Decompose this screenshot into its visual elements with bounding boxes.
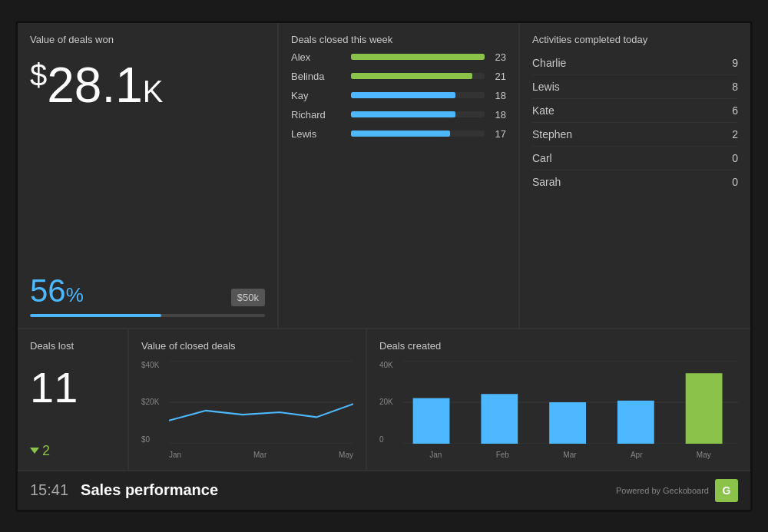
- bar-y-40k: 40K: [379, 361, 393, 369]
- activity-row-charlie: Charlie 9: [532, 51, 738, 75]
- footer-dashboard-title: Sales performance: [81, 481, 616, 499]
- activity-name-carl: Carl: [532, 152, 552, 164]
- bar-chart-svg: [402, 361, 738, 444]
- leaderboard-row-alex: Alex 23: [291, 51, 506, 63]
- activity-count-charlie: 9: [732, 57, 738, 69]
- progress-bar-container: [30, 314, 265, 317]
- deal-amount: 28.1: [47, 58, 143, 113]
- activities-title: Activities completed today: [532, 34, 738, 45]
- activity-row-kate: Kate 6: [532, 99, 738, 123]
- svg-rect-7: [481, 394, 518, 444]
- leaderboard-name-kay: Kay: [291, 90, 345, 101]
- svg-rect-9: [617, 400, 654, 443]
- activity-count-stephen: 2: [732, 128, 738, 140]
- leaderboard-name-lewis: Lewis: [291, 128, 345, 140]
- x-label-mar: Mar: [253, 451, 266, 459]
- panel-activities: Activities completed today Charlie 9 Lew…: [520, 23, 750, 328]
- pct-number: 56: [30, 273, 66, 309]
- leaderboard-row-kay: Kay 18: [291, 90, 506, 101]
- deals-closed-title: Deals closed this week: [291, 34, 506, 45]
- panel-deals-closed: Deals closed this week Alex 23 Belinda 2…: [279, 23, 520, 328]
- bar-alex: [351, 54, 485, 60]
- deals-lost-change: 2: [30, 443, 115, 459]
- value-closed-title: Value of closed deals: [141, 340, 353, 352]
- activity-row-sarah: Sarah 0: [532, 170, 738, 193]
- activity-name-lewis: Lewis: [532, 81, 560, 93]
- line-chart-svg: [169, 361, 353, 444]
- line-chart-area: $40K $20K $0 Jan Mar: [141, 361, 353, 459]
- bar-belinda: [351, 73, 472, 79]
- x-label-jan: Jan: [169, 451, 181, 459]
- leaderboard-bar-wrap-alex: [351, 54, 485, 60]
- activity-row-carl: Carl 0: [532, 147, 738, 170]
- deals-lost-change-value: 2: [42, 443, 50, 459]
- leaderboard-bar-wrap-lewis: [351, 131, 485, 137]
- percentage-value: 56%: [30, 273, 84, 309]
- svg-rect-10: [686, 373, 723, 444]
- footer-time: 15:41: [30, 481, 68, 499]
- bar-x-feb: Feb: [496, 451, 509, 459]
- bottom-row: Deals lost 11 2 Value of closed deals $4…: [18, 329, 750, 471]
- leaderboard-row-richard: Richard 18: [291, 109, 506, 121]
- footer-powered-by: Powered by Geckoboard: [616, 486, 709, 495]
- activity-count-kate: 6: [732, 104, 738, 117]
- bar-lewis: [351, 131, 450, 137]
- bar-y-20k: 20K: [379, 398, 393, 406]
- count-richard: 18: [491, 109, 506, 121]
- activity-count-lewis: 8: [732, 81, 738, 93]
- activity-row-lewis: Lewis 8: [532, 75, 738, 99]
- panel-value-closed-deals: Value of closed deals $40K $20K $0: [129, 329, 367, 470]
- progress-bar-fill: [30, 314, 161, 317]
- pct-sign: %: [66, 283, 84, 306]
- deals-lost-title: Deals lost: [30, 340, 115, 352]
- activity-name-sarah: Sarah: [532, 176, 561, 188]
- activity-row-stephen: Stephen 2: [532, 123, 738, 147]
- chart-y-labels: $40K $20K $0: [141, 361, 159, 444]
- x-label-may: May: [339, 451, 353, 459]
- bar-y-0: 0: [379, 435, 393, 444]
- leaderboard-name-belinda: Belinda: [291, 71, 345, 82]
- bar-x-mar: Mar: [563, 451, 576, 459]
- line-chart-svg-wrap: [169, 361, 353, 444]
- svg-rect-6: [413, 398, 450, 443]
- deals-created-title: Deals created: [379, 340, 738, 352]
- activity-name-stephen: Stephen: [532, 128, 572, 140]
- bar-chart-svg-wrap: [402, 361, 738, 444]
- bar-chart-x-labels: Jan Feb Mar Apr May: [402, 451, 738, 459]
- deals-lost-number: 11: [30, 362, 115, 412]
- activity-name-charlie: Charlie: [532, 57, 566, 69]
- bar-richard: [351, 111, 455, 117]
- chart-x-labels: Jan Mar May: [169, 451, 353, 459]
- leaderboard-row-belinda: Belinda 21: [291, 71, 506, 82]
- bar-x-may: May: [697, 451, 711, 459]
- leaderboard-name-richard: Richard: [291, 109, 345, 121]
- leaderboard-row-lewis: Lewis 17: [291, 128, 506, 140]
- deal-unit: K: [143, 74, 164, 108]
- activity-name-kate: Kate: [532, 104, 554, 117]
- bar-x-apr: Apr: [631, 451, 643, 459]
- percentage-row: 56% $50k: [30, 266, 265, 309]
- arrow-down-icon: [30, 448, 39, 454]
- y-label-0: $0: [141, 435, 159, 444]
- top-row: Value of deals won $28.1K 56% $50k Deals…: [18, 23, 750, 329]
- activity-count-sarah: 0: [732, 176, 738, 188]
- dashboard: Value of deals won $28.1K 56% $50k Deals…: [15, 21, 753, 512]
- leaderboard-name-alex: Alex: [291, 51, 345, 63]
- y-label-40k: $40K: [141, 361, 159, 369]
- bar-x-jan: Jan: [429, 451, 442, 459]
- deal-value: $28.1K: [30, 59, 265, 110]
- dollar-sign: $: [30, 58, 47, 91]
- svg-rect-8: [549, 402, 586, 444]
- bar-chart-wrap: 40K 20K 0: [379, 361, 738, 459]
- target-badge: $50k: [231, 289, 265, 306]
- footer: 15:41 Sales performance Powered by Gecko…: [18, 471, 750, 510]
- count-alex: 23: [491, 51, 506, 63]
- bar-kay: [351, 92, 455, 98]
- count-lewis: 17: [491, 128, 506, 140]
- panel-deals-created: Deals created 40K 20K 0: [367, 329, 750, 470]
- geckoboard-logo: G: [715, 479, 738, 502]
- activity-count-carl: 0: [732, 152, 738, 164]
- deals-won-title: Value of deals won: [30, 34, 265, 45]
- leaderboard-bar-wrap-kay: [351, 92, 485, 98]
- leaderboard-bar-wrap-richard: [351, 111, 485, 117]
